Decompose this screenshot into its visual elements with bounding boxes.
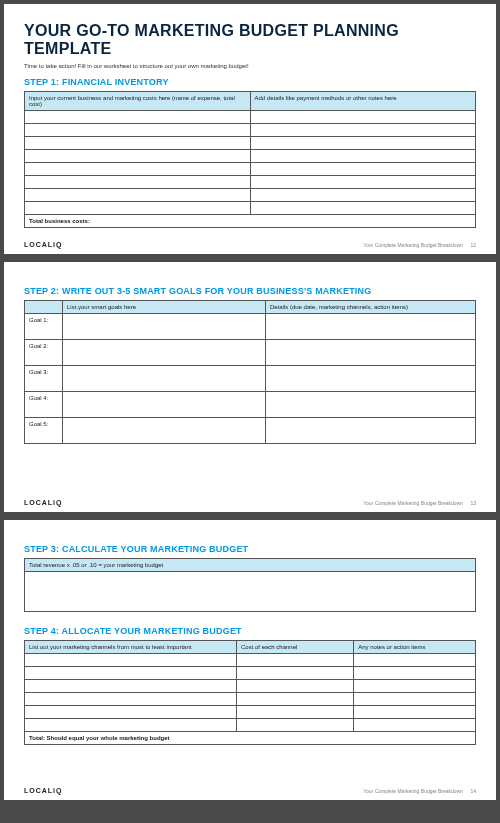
footer-right: Your Complete Marketing Budget Breakdown…	[363, 242, 476, 248]
step4-table: List out your marketing channels from mo…	[24, 640, 476, 745]
table-row: Goal 2:	[25, 340, 476, 366]
table-row	[25, 572, 476, 612]
page-1: YOUR GO-TO MARKETING BUDGET PLANNING TEM…	[4, 4, 496, 254]
doc-title: YOUR GO-TO MARKETING BUDGET PLANNING TEM…	[24, 22, 476, 57]
step4-heading: STEP 4: ALLOCATE YOUR MARKETING BUDGET	[24, 626, 476, 636]
table-row	[25, 150, 476, 163]
doc-subtitle: Time to take action! Fill in our workshe…	[24, 63, 476, 69]
footer-right: Your Complete Marketing Budget Breakdown…	[363, 500, 476, 506]
goal-label: Goal 3:	[25, 366, 63, 392]
table-row	[25, 719, 476, 732]
step1-total-row: Total business costs:	[25, 215, 476, 228]
step4-col2: Cost of each channel	[236, 641, 353, 654]
goal-label: Goal 4:	[25, 392, 63, 418]
table-row	[25, 124, 476, 137]
goal-label: Goal 2:	[25, 340, 63, 366]
table-row	[25, 137, 476, 150]
table-row	[25, 176, 476, 189]
table-row	[25, 667, 476, 680]
step1-heading: STEP 1: FINANCIAL INVENTORY	[24, 77, 476, 87]
table-row	[25, 693, 476, 706]
step4-col1: List out your marketing channels from mo…	[25, 641, 237, 654]
page-3: STEP 3: CALCULATE YOUR MARKETING BUDGET …	[4, 520, 496, 800]
step2-heading: STEP 2: WRITE OUT 3-5 SMART GOALS FOR YO…	[24, 286, 476, 296]
table-row	[25, 189, 476, 202]
page-footer: LOCALiQ Your Complete Marketing Budget B…	[24, 787, 476, 794]
goal-label: Goal 5:	[25, 418, 63, 444]
table-row	[25, 111, 476, 124]
page-number: 13	[470, 500, 476, 506]
step3-heading: STEP 3: CALCULATE YOUR MARKETING BUDGET	[24, 544, 476, 554]
step1-col1: Input your current business and marketin…	[25, 92, 251, 111]
brand-logo: LOCALiQ	[24, 499, 63, 506]
table-row	[25, 680, 476, 693]
footer-right: Your Complete Marketing Budget Breakdown…	[363, 788, 476, 794]
table-row: Goal 5:	[25, 418, 476, 444]
step1-table: Input your current business and marketin…	[24, 91, 476, 228]
page-number: 14	[470, 788, 476, 794]
table-row	[25, 163, 476, 176]
table-row	[25, 706, 476, 719]
table-row: Goal 3:	[25, 366, 476, 392]
step2-col0	[25, 301, 63, 314]
table-row	[25, 654, 476, 667]
table-row: Goal 4:	[25, 392, 476, 418]
step2-col2: Details (due date, marketing channels, a…	[265, 301, 475, 314]
step3-table: Total revenue x .05 or .10 = your market…	[24, 558, 476, 612]
page-number: 12	[470, 242, 476, 248]
goal-label: Goal 1:	[25, 314, 63, 340]
step4-col3: Any notes or action items	[354, 641, 476, 654]
step1-total-label: Total business costs:	[25, 215, 476, 228]
brand-logo: LOCALiQ	[24, 241, 63, 248]
table-row: Goal 1:	[25, 314, 476, 340]
step2-table: List your smart goals here Details (due …	[24, 300, 476, 444]
page-footer: LOCALiQ Your Complete Marketing Budget B…	[24, 241, 476, 248]
step4-total-row: Total: Should equal your whole marketing…	[25, 732, 476, 745]
page-footer: LOCALiQ Your Complete Marketing Budget B…	[24, 499, 476, 506]
brand-logo: LOCALiQ	[24, 787, 63, 794]
table-row	[25, 202, 476, 215]
page-2: STEP 2: WRITE OUT 3-5 SMART GOALS FOR YO…	[4, 262, 496, 512]
step3-formula: Total revenue x .05 or .10 = your market…	[25, 559, 476, 572]
step1-col2: Add details like payment methods or othe…	[250, 92, 476, 111]
step4-total-label: Total: Should equal your whole marketing…	[25, 732, 476, 745]
step2-col1: List your smart goals here	[63, 301, 266, 314]
